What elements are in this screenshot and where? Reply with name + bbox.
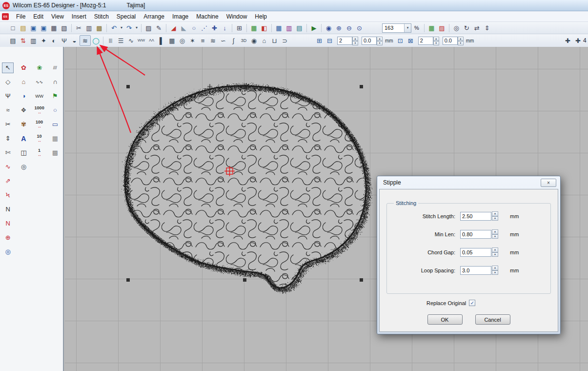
- circle-plus-tool[interactable]: ⊕: [2, 232, 14, 243]
- overview-window-icon[interactable]: ▦: [249, 23, 259, 33]
- menu-item-special[interactable]: Special: [113, 12, 140, 21]
- chord-gap-input[interactable]: [460, 248, 491, 257]
- cut-line-tool[interactable]: ✄: [2, 147, 14, 158]
- hoop-tool[interactable]: ◎: [18, 162, 29, 172]
- contour-fill-icon[interactable]: ≡: [198, 36, 208, 45]
- min-len-spinner[interactable]: ▲▼: [492, 229, 498, 239]
- chevron-down-icon[interactable]: ▾: [404, 24, 411, 32]
- crosshair-icon[interactable]: ✚: [209, 23, 220, 33]
- spiral-fill-icon[interactable]: ◎: [177, 36, 187, 45]
- background-color-icon[interactable]: ▨: [437, 23, 447, 33]
- motif-mm-tool[interactable]: ∿∿: [34, 77, 45, 87]
- stitch-spacing-icon[interactable]: ⊞: [314, 36, 324, 45]
- select-tool[interactable]: ↖: [2, 62, 14, 73]
- auto-digitizer-tool[interactable]: ✾: [18, 119, 29, 130]
- n-stitch-red-tool[interactable]: N: [2, 218, 14, 229]
- flower-outline-tool[interactable]: ❀: [34, 62, 45, 73]
- zoom-in-icon[interactable]: ⊕: [334, 23, 344, 33]
- selection-handle[interactable]: [126, 85, 130, 88]
- texture-fill-tool[interactable]: ▦: [49, 133, 61, 144]
- resequence-icon[interactable]: ⇅: [18, 36, 28, 45]
- menu-item-edit[interactable]: Edit: [29, 12, 47, 21]
- measure-tool[interactable]: ⇕: [2, 133, 14, 144]
- reshape-tool[interactable]: Ψ: [2, 91, 14, 102]
- sequin-icon[interactable]: ◉: [249, 36, 259, 45]
- mirror-design-icon[interactable]: ⇄: [472, 23, 482, 33]
- zigzag-stitch-icon[interactable]: ΛΛ: [146, 36, 157, 45]
- buttonhole-icon[interactable]: ⊔: [269, 36, 280, 45]
- loop-spacing-input[interactable]: [460, 266, 491, 275]
- offset-value-spinner[interactable]: ▲▼: [458, 37, 464, 45]
- redo-history-icon[interactable]: ▾: [134, 23, 139, 33]
- globe-tool[interactable]: ◑: [18, 91, 29, 102]
- morphing-icon[interactable]: ◐: [49, 36, 59, 45]
- zoom-level-value[interactable]: 163: [383, 25, 404, 31]
- pattern-stamp-tool[interactable]: ❖: [18, 105, 29, 116]
- flower-digitize-tool[interactable]: ✿: [18, 62, 29, 73]
- slow-redraw-icon[interactable]: ▶: [309, 23, 319, 33]
- branching-icon[interactable]: Ψ: [59, 36, 69, 45]
- liquid-effect-icon[interactable]: ∫: [228, 36, 239, 45]
- menu-item-image[interactable]: Image: [168, 12, 192, 21]
- copy-icon[interactable]: ▥: [84, 23, 94, 33]
- ellipse-tool[interactable]: ○: [49, 105, 61, 116]
- selection-handle[interactable]: [243, 278, 246, 282]
- spacing-value-input[interactable]: 0.0: [362, 37, 377, 45]
- fusion-fill-icon[interactable]: ≋: [208, 36, 218, 45]
- needle-point-icon[interactable]: ↓: [220, 23, 230, 33]
- brain-design-object[interactable]: [118, 79, 376, 294]
- menu-item-window[interactable]: Window: [223, 12, 251, 21]
- florentine-effect-icon[interactable]: ∽: [218, 36, 228, 45]
- document-icon[interactable]: ES: [2, 13, 9, 20]
- insert-design-icon[interactable]: ▨: [143, 23, 154, 33]
- motif-ww-tool[interactable]: WW: [34, 91, 45, 102]
- color-film-icon[interactable]: ◧: [259, 23, 269, 33]
- zoom-level-combo[interactable]: 163 ▾: [382, 23, 411, 33]
- dockers-icon[interactable]: ▤: [8, 36, 18, 45]
- loop-spacing-spinner[interactable]: ▲▼: [492, 266, 498, 275]
- monogram-tool[interactable]: ◫: [18, 147, 29, 158]
- kiosk-icon[interactable]: ▥: [284, 23, 294, 33]
- run-stitch-icon[interactable]: |||: [105, 36, 116, 45]
- undo-history-icon[interactable]: ▾: [119, 23, 124, 33]
- applique-icon[interactable]: ⌂: [259, 36, 269, 45]
- grid-toggle-icon[interactable]: ⊞: [234, 23, 244, 33]
- zoom-1to1-icon[interactable]: ◉: [324, 23, 334, 33]
- print-icon[interactable]: ▦: [49, 23, 59, 33]
- move-design-icon[interactable]: ✚: [573, 36, 583, 45]
- offset-count-spinner[interactable]: ▲▼: [433, 37, 439, 45]
- selection-handle[interactable]: [360, 85, 363, 88]
- row-spacing-icon[interactable]: ⊡: [395, 36, 406, 45]
- rotate-design-icon[interactable]: ↻: [462, 23, 472, 33]
- open-design-icon[interactable]: ▤: [18, 23, 28, 33]
- spacing-count-input[interactable]: 2: [337, 37, 352, 45]
- lettering-tool[interactable]: A: [18, 133, 29, 144]
- cancel-button[interactable]: Cancel: [475, 314, 510, 325]
- menu-item-help[interactable]: Help: [251, 12, 271, 21]
- hoop-display-icon[interactable]: ◎: [451, 23, 462, 33]
- lightning-run-tool[interactable]: Ϟ: [2, 190, 14, 201]
- motif-fill-icon[interactable]: ✶: [187, 36, 198, 45]
- print-preview-icon[interactable]: ▧: [59, 23, 69, 33]
- ring-tool[interactable]: ◎: [2, 247, 14, 257]
- triple-run-icon[interactable]: ☰: [116, 36, 126, 45]
- scissors-tool[interactable]: ✂: [2, 119, 14, 130]
- zoom-out-icon[interactable]: ⊖: [344, 23, 354, 33]
- offset-count-input[interactable]: 2: [418, 37, 433, 45]
- outline-design-icon[interactable]: ◒: [69, 36, 80, 45]
- rectangle-tool[interactable]: ▭: [49, 119, 61, 130]
- thread-colors-icon[interactable]: ▦: [426, 23, 437, 33]
- closed-shape-icon[interactable]: ◯: [91, 36, 101, 45]
- menu-item-stitch[interactable]: Stitch: [90, 12, 113, 21]
- dotted-select-icon[interactable]: ⋰: [199, 23, 209, 33]
- new-design-icon[interactable]: □: [8, 23, 18, 33]
- motif-run-icon[interactable]: WW: [136, 36, 146, 45]
- spacing-count-spinner[interactable]: ▲▼: [352, 37, 358, 45]
- arc-curve-tool[interactable]: ∩: [49, 77, 61, 87]
- texture-fill2-tool[interactable]: ▩: [49, 147, 61, 158]
- magic-wand-icon[interactable]: ◣: [179, 23, 189, 33]
- array-layout-icon[interactable]: ▦: [274, 23, 284, 33]
- spacing-value-spinner[interactable]: ▲▼: [377, 37, 383, 45]
- dialog-title-bar[interactable]: Stipple ×: [379, 176, 558, 189]
- cording-icon[interactable]: ⊃: [280, 36, 290, 45]
